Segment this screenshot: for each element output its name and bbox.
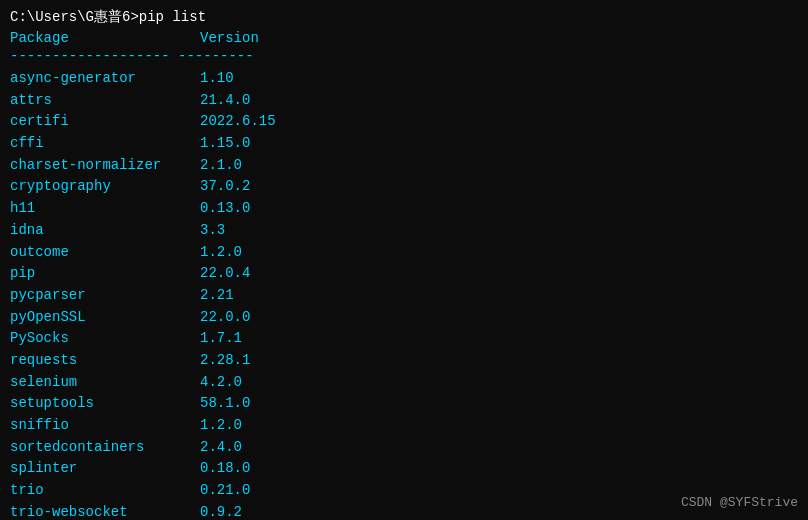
packages-list: async-generator1.10attrs21.4.0certifi202… bbox=[10, 68, 798, 520]
package-version: 0.18.0 bbox=[200, 458, 250, 480]
version-header: Version bbox=[200, 30, 259, 46]
package-name: pyOpenSSL bbox=[10, 307, 200, 329]
package-version: 2.21 bbox=[200, 285, 234, 307]
table-row: sniffio1.2.0 bbox=[10, 415, 798, 437]
table-row: cryptography37.0.2 bbox=[10, 176, 798, 198]
package-version: 21.4.0 bbox=[200, 90, 250, 112]
package-name: h11 bbox=[10, 198, 200, 220]
package-version: 1.2.0 bbox=[200, 415, 242, 437]
package-name: attrs bbox=[10, 90, 200, 112]
package-version: 37.0.2 bbox=[200, 176, 250, 198]
package-version: 1.7.1 bbox=[200, 328, 242, 350]
package-version: 2.4.0 bbox=[200, 437, 242, 459]
package-name: certifi bbox=[10, 111, 200, 133]
table-row: trio0.21.0 bbox=[10, 480, 798, 502]
table-row: h110.13.0 bbox=[10, 198, 798, 220]
package-name: sniffio bbox=[10, 415, 200, 437]
package-version: 4.2.0 bbox=[200, 372, 242, 394]
package-name: charset-normalizer bbox=[10, 155, 200, 177]
table-row: requests2.28.1 bbox=[10, 350, 798, 372]
table-row: setuptools58.1.0 bbox=[10, 393, 798, 415]
table-row: selenium4.2.0 bbox=[10, 372, 798, 394]
terminal-window: C:\Users\G惠普6>pip list Package Version -… bbox=[0, 0, 808, 520]
table-row: outcome1.2.0 bbox=[10, 242, 798, 264]
package-name: PySocks bbox=[10, 328, 200, 350]
package-name: trio-websocket bbox=[10, 502, 200, 520]
table-header: Package Version bbox=[10, 30, 798, 46]
package-name: idna bbox=[10, 220, 200, 242]
package-name: selenium bbox=[10, 372, 200, 394]
package-version: 0.9.2 bbox=[200, 502, 242, 520]
package-name: requests bbox=[10, 350, 200, 372]
table-row: sortedcontainers2.4.0 bbox=[10, 437, 798, 459]
package-name: cryptography bbox=[10, 176, 200, 198]
table-row: async-generator1.10 bbox=[10, 68, 798, 90]
package-name: splinter bbox=[10, 458, 200, 480]
table-row: PySocks1.7.1 bbox=[10, 328, 798, 350]
table-row: certifi2022.6.15 bbox=[10, 111, 798, 133]
table-row: pip22.0.4 bbox=[10, 263, 798, 285]
package-name: pycparser bbox=[10, 285, 200, 307]
package-version: 0.21.0 bbox=[200, 480, 250, 502]
package-name: sortedcontainers bbox=[10, 437, 200, 459]
table-divider: ------------------- --------- bbox=[10, 48, 798, 64]
package-version: 22.0.4 bbox=[200, 263, 250, 285]
terminal-path: C:\Users\G惠普6>pip list bbox=[10, 9, 206, 25]
table-row: cffi1.15.0 bbox=[10, 133, 798, 155]
package-version: 2022.6.15 bbox=[200, 111, 276, 133]
table-row: pycparser2.21 bbox=[10, 285, 798, 307]
package-version: 1.15.0 bbox=[200, 133, 250, 155]
package-version: 2.28.1 bbox=[200, 350, 250, 372]
package-name: pip bbox=[10, 263, 200, 285]
package-header: Package bbox=[10, 30, 200, 46]
package-version: 2.1.0 bbox=[200, 155, 242, 177]
package-version: 0.13.0 bbox=[200, 198, 250, 220]
command-line: C:\Users\G惠普6>pip list bbox=[10, 8, 798, 26]
table-row: trio-websocket0.9.2 bbox=[10, 502, 798, 520]
package-version: 58.1.0 bbox=[200, 393, 250, 415]
package-name: outcome bbox=[10, 242, 200, 264]
table-row: pyOpenSSL22.0.0 bbox=[10, 307, 798, 329]
package-version: 1.10 bbox=[200, 68, 234, 90]
table-row: charset-normalizer2.1.0 bbox=[10, 155, 798, 177]
package-name: cffi bbox=[10, 133, 200, 155]
package-name: async-generator bbox=[10, 68, 200, 90]
package-name: setuptools bbox=[10, 393, 200, 415]
table-row: attrs21.4.0 bbox=[10, 90, 798, 112]
package-name: trio bbox=[10, 480, 200, 502]
package-version: 22.0.0 bbox=[200, 307, 250, 329]
table-row: idna3.3 bbox=[10, 220, 798, 242]
table-row: splinter0.18.0 bbox=[10, 458, 798, 480]
watermark: CSDN @SYFStrive bbox=[681, 495, 798, 510]
package-version: 1.2.0 bbox=[200, 242, 242, 264]
package-version: 3.3 bbox=[200, 220, 225, 242]
